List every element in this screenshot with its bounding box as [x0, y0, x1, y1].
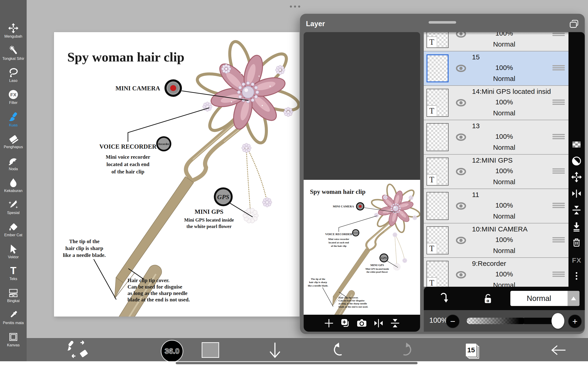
drawing-canvas[interactable]: Recorder GPS Spy woman hair clip MINI CA…: [54, 32, 300, 317]
layer-count-badge: 15: [466, 344, 476, 357]
camera-import-icon[interactable]: [356, 318, 367, 329]
layer-row[interactable]: T 9:Recorder 100% Normal: [424, 258, 569, 287]
layer-fx-icon[interactable]: FX: [569, 257, 585, 264]
sidebar-item-label: Kekaburan: [4, 189, 23, 193]
layers-button[interactable]: 15: [466, 344, 477, 357]
layer-drag-handle-icon[interactable]: [552, 133, 565, 140]
brush-icon: [8, 112, 19, 122]
sidebar-item-kuas[interactable]: Kuas: [0, 112, 27, 133]
sidebar-item-bingkai[interactable]: Bingkai: [0, 287, 27, 309]
layer-thumbnail[interactable]: [426, 123, 449, 151]
redo-icon[interactable]: [397, 339, 414, 362]
duplicate-panel-icon[interactable]: [569, 19, 579, 29]
layer-thumbnail[interactable]: T: [426, 32, 449, 48]
layer-thumbnail[interactable]: T: [426, 158, 449, 186]
color-swatch[interactable]: [202, 342, 219, 358]
layer-thumbnail[interactable]: T: [426, 261, 449, 287]
add-icon[interactable]: [323, 318, 334, 329]
svg-text:hair clip is sharp: hair clip is sharp: [65, 245, 103, 251]
layer-row[interactable]: 13 100% Normal: [424, 120, 569, 155]
transparency-background-icon[interactable]: [571, 139, 582, 150]
mini-camera-badge: [164, 79, 182, 97]
svg-text:located at each end: located at each end: [106, 161, 149, 167]
home-indicator-strip: [0, 361, 588, 367]
flip-vertical-icon[interactable]: [571, 205, 582, 216]
sidebar-item-penghapus[interactable]: Penghapus: [0, 133, 27, 155]
sidebar-item-label: Tongkat Sihir: [2, 56, 24, 61]
layer-drag-handle-icon[interactable]: [552, 64, 565, 71]
sidebar-item-vektor[interactable]: Vektor: [0, 244, 27, 265]
flip-vertical-icon[interactable]: [389, 318, 401, 329]
layer-blend: Normal: [449, 109, 559, 117]
layer-row[interactable]: T 14:Mini GPS located insid 100% Normal: [424, 86, 569, 120]
layer-opacity: 100%: [449, 98, 559, 106]
opacity-increase-button[interactable]: +: [568, 315, 582, 328]
layer-thumbnail[interactable]: T: [426, 89, 449, 117]
layer-name: 12:MINI GPS: [472, 156, 569, 164]
sidebar-item-tongkat-sihir[interactable]: Tongkat Sihir: [0, 45, 27, 66]
layer-list[interactable]: T 100% Normal 15 100% Normal T 14:Mini G…: [424, 32, 569, 287]
canvas-thumbnail-preview[interactable]: [304, 180, 420, 315]
layer-blend: Normal: [449, 247, 559, 255]
layer-drag-handle-icon[interactable]: [552, 99, 565, 106]
opacity-slider-thumb[interactable]: [552, 313, 564, 329]
brush-size-indicator[interactable]: 36.0: [161, 340, 183, 362]
tool-sidebar: Mengubah Tongkat Sihir Laso FX Filter: [0, 0, 27, 361]
layer-row[interactable]: T 100% Normal: [424, 32, 569, 51]
layer-row[interactable]: 11 100% Normal: [424, 189, 569, 223]
alpha-lock-icon[interactable]: α: [482, 292, 494, 305]
brush-eraser-toggle-icon[interactable]: [66, 339, 91, 362]
flip-horizontal-icon[interactable]: [373, 318, 384, 329]
panel-drag-handle[interactable]: [429, 21, 456, 24]
layer-thumbnail[interactable]: [426, 192, 449, 220]
magic-wand-icon: [8, 45, 19, 56]
layer-panel-title: Layer: [306, 20, 325, 28]
opacity-value: 100%: [429, 316, 447, 325]
layer-name: 10:MINI CAMERA: [472, 225, 569, 233]
layer-opacity: 100%: [449, 167, 559, 175]
sidebar-item-ember-cat[interactable]: Ember Cat: [0, 222, 27, 243]
layer-row-selected[interactable]: 15 100% Normal: [424, 51, 569, 86]
layer-drag-handle-icon[interactable]: [552, 202, 565, 209]
clipping-mask-icon[interactable]: [438, 292, 450, 305]
sidebar-item-spesial[interactable]: Spesial: [0, 199, 27, 220]
merge-down-icon[interactable]: [571, 221, 582, 232]
layer-drag-handle-icon[interactable]: [552, 32, 565, 37]
sidebar-item-teks[interactable]: T Teks: [0, 265, 27, 286]
svg-text:Can be used for disguise: Can be used for disguise: [128, 284, 182, 290]
delete-layer-trash-icon[interactable]: [571, 237, 582, 248]
add-layer-icon[interactable]: [339, 318, 351, 329]
sidebar-item-mengubah[interactable]: Mengubah: [0, 23, 27, 44]
window-options-dots-icon[interactable]: [290, 6, 300, 8]
sidebar-item-label: Ember Cat: [4, 233, 23, 237]
move-layer-icon[interactable]: [571, 172, 582, 183]
layer-drag-handle-icon[interactable]: [552, 236, 565, 243]
blend-mode-select[interactable]: Normal: [510, 291, 579, 306]
more-options-icon[interactable]: [571, 270, 582, 282]
layer-drag-handle-icon[interactable]: [552, 167, 565, 175]
sidebar-item-kekaburan[interactable]: Kekaburan: [0, 177, 27, 198]
canvas-preview-pane[interactable]: [304, 32, 420, 332]
svg-text:Mini voice recorder: Mini voice recorder: [106, 154, 150, 160]
sidebar-item-kanvas[interactable]: Kanvas: [0, 332, 27, 353]
opacity-decrease-button[interactable]: −: [446, 315, 460, 328]
sidebar-item-noda[interactable]: Noda: [0, 156, 27, 177]
layer-thumbnail[interactable]: [426, 54, 449, 82]
layer-row[interactable]: T 12:MINI GPS 100% Normal: [424, 155, 569, 189]
invert-contrast-icon[interactable]: [571, 156, 582, 167]
top-status-bar: [27, 0, 588, 13]
home-indicator-bar[interactable]: [176, 362, 418, 364]
undo-icon[interactable]: [332, 339, 348, 362]
layer-row[interactable]: T 10:MINI CAMERA 100% Normal: [424, 223, 569, 258]
sidebar-item-filter[interactable]: FX Filter: [0, 89, 27, 110]
flip-horizontal-icon[interactable]: [571, 188, 582, 199]
back-arrow-icon[interactable]: [550, 339, 567, 362]
sidebar-item-laso[interactable]: Laso: [0, 67, 27, 88]
sidebar-item-penitis-mata[interactable]: Penitis mata: [0, 309, 27, 331]
sidebar-item-label: Vektor: [8, 255, 19, 259]
layer-thumbnail[interactable]: T: [426, 226, 449, 254]
down-arrow-icon[interactable]: [267, 339, 283, 362]
opacity-slider-track[interactable]: [467, 318, 526, 324]
layer-drag-handle-icon[interactable]: [552, 271, 565, 278]
blend-mode-expand-button[interactable]: [568, 291, 579, 306]
